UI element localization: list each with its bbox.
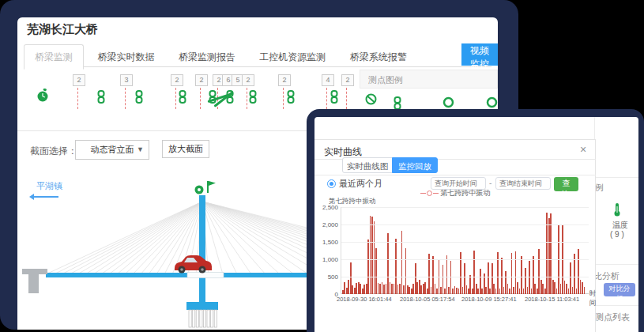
tab-bridge-realtime-data[interactable]: 桥梁实时数据	[87, 45, 164, 69]
tab-bridge-alarm[interactable]: 桥梁系统报警	[340, 45, 417, 69]
tab-ipc-resource-monitor[interactable]: 工控机资源监测	[249, 45, 336, 69]
legend-marker-circle	[427, 191, 432, 196]
chart-bar	[450, 261, 452, 294]
ring-legend-icon	[443, 96, 454, 108]
chain-sensor-icon	[248, 90, 258, 104]
chart-bar	[462, 287, 464, 294]
chart-bar	[399, 284, 401, 294]
chart-bar	[366, 284, 367, 294]
tab-bridge-report[interactable]: 桥梁监测报告	[168, 45, 246, 69]
chart-bar	[395, 239, 397, 294]
section-select-dropdown[interactable]: 动态背立面 ▼	[75, 140, 149, 160]
chart-bar	[472, 289, 473, 294]
chart-bar	[521, 256, 522, 294]
chart-bar	[580, 280, 582, 294]
chart-bar	[383, 285, 385, 294]
x-tick-label: 2018-10-09 15:27:41	[461, 296, 517, 303]
chart-bar	[507, 284, 509, 294]
chart-bar	[493, 284, 495, 294]
y-tick-label: 500	[314, 274, 338, 281]
chart-bar	[432, 256, 434, 294]
close-icon[interactable]: ×	[580, 143, 586, 156]
chart-bar	[412, 284, 414, 294]
page-title: 芜湖长江大桥	[27, 22, 98, 37]
chart-bar	[584, 287, 586, 294]
compare-analysis-button[interactable]: 对比分析	[604, 283, 635, 296]
legend-label: 第七跨跨中振动	[440, 189, 490, 197]
chart-bar	[378, 283, 379, 294]
chart-bar	[348, 280, 349, 294]
chart-bar	[435, 284, 436, 294]
car-graphic	[175, 255, 212, 274]
bridge-pier	[22, 269, 47, 293]
divider	[594, 177, 638, 178]
divider	[314, 175, 596, 175]
x-tick-label: 2018-09-30 16:01:44	[337, 296, 392, 303]
chart-bar	[382, 282, 383, 294]
gridline	[341, 242, 589, 243]
chart-bar	[443, 265, 444, 294]
enlarge-section-button[interactable]: 放大截面	[162, 140, 209, 158]
x-tick-label: 2018-10-05 05:17:54	[400, 296, 455, 303]
chart-bar	[415, 263, 416, 294]
chart-bar	[469, 275, 471, 294]
chart-bar	[405, 248, 407, 294]
chart-bar	[401, 231, 403, 294]
sensor-count-badge: 2	[195, 74, 208, 86]
tab-bridge-monitor[interactable]: 桥梁监测	[24, 44, 84, 70]
video-monitor-button[interactable]: 视频监控	[461, 43, 498, 66]
chain-sensor-icon	[178, 90, 187, 104]
chart-bar	[560, 284, 562, 294]
desktop: { "main_window": { "title": "芜湖长江大桥", "t…	[0, 0, 644, 332]
chart-bar	[423, 284, 424, 294]
y-tick-label: 0	[314, 291, 338, 298]
chart-bar	[531, 289, 533, 294]
pylon-crossbeam	[186, 302, 218, 310]
gridline	[341, 224, 589, 225]
tab-monitor-playback[interactable]: 监控回放	[392, 157, 438, 173]
chart-bar	[578, 249, 579, 294]
legend-marker	[420, 193, 426, 194]
chart-bar	[517, 282, 518, 294]
chart-bar	[411, 289, 412, 294]
chart-bar	[566, 284, 567, 294]
chart-bar	[568, 289, 570, 294]
y-tick-label: 2,000	[314, 221, 338, 228]
chart-bar	[362, 289, 363, 294]
sensor-count-badge: 2	[341, 74, 354, 86]
chart-bar	[464, 263, 465, 294]
chart-bar	[540, 280, 542, 294]
chart-bar	[481, 289, 483, 294]
chart-bar	[550, 213, 552, 294]
chart-bar	[485, 287, 487, 294]
chart-bar	[446, 255, 448, 294]
chart-bar	[356, 283, 357, 294]
chart-bar	[403, 285, 405, 294]
chart-bar	[466, 285, 468, 294]
chart-bar	[525, 268, 526, 294]
chart-bar	[431, 287, 432, 294]
sensor-count-badge: 2	[73, 74, 85, 86]
chart-bar	[456, 288, 458, 294]
chart-bar	[444, 289, 446, 294]
chart-bar	[542, 284, 544, 294]
temperature-count: ( 9 )	[610, 230, 624, 239]
chart-bar	[572, 287, 574, 294]
last-two-months-radio[interactable]	[327, 179, 336, 188]
tab-realtime-curve-view[interactable]: 实时曲线图	[342, 157, 393, 173]
chart-bar	[491, 263, 493, 294]
chart-bar	[527, 287, 529, 294]
pylon-flag-icon	[207, 181, 216, 193]
chain-sensor-icon	[286, 90, 296, 104]
chart-bar	[394, 284, 395, 294]
chart-bar	[352, 285, 353, 294]
chart-bar	[552, 280, 554, 294]
chart-bar	[503, 287, 505, 294]
chart-bar	[473, 251, 475, 294]
chart-bar	[556, 289, 558, 294]
chart-bar	[499, 289, 501, 294]
chart-bar	[497, 252, 499, 294]
chart-bar	[454, 286, 456, 294]
gridline	[341, 259, 589, 260]
temperature-label: 温度	[612, 220, 628, 231]
